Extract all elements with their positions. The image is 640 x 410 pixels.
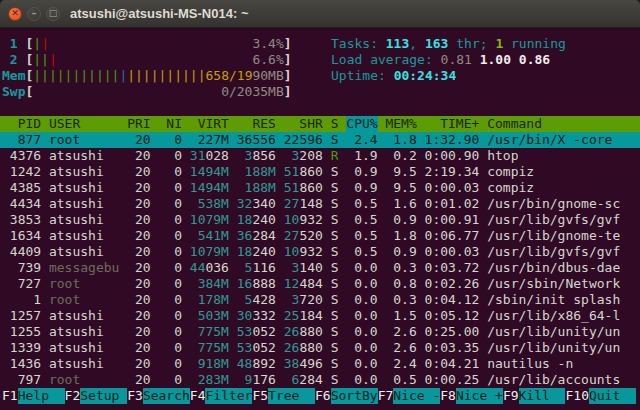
cell-shr: 10932 xyxy=(284,212,323,228)
column-header-pid[interactable]: PID xyxy=(2,116,41,132)
window-controls: ✕ – □ xyxy=(8,7,60,21)
cell-pid: 797 xyxy=(2,372,41,388)
column-header-user[interactable]: USER xyxy=(49,116,119,132)
fkey-f2-setup[interactable]: F2Setup xyxy=(65,388,128,404)
process-row[interactable]: 4385 atsushi 20 0 1494M 188M 51860 S 0.9… xyxy=(0,180,640,196)
column-header-time[interactable]: TIME+ xyxy=(425,116,480,132)
maximize-icon: □ xyxy=(49,9,58,18)
maximize-button[interactable]: □ xyxy=(46,7,60,21)
cell-virt: 918M xyxy=(190,356,229,372)
fkey-f9-kill[interactable]: F9Kill xyxy=(503,388,566,404)
fkey-f7-nice[interactable]: F7Nice - xyxy=(378,388,441,404)
column-header-cpu[interactable]: CPU% xyxy=(346,116,377,132)
fkey-f5-tree[interactable]: F5Tree xyxy=(252,388,315,404)
fkey-key: F3 xyxy=(127,388,143,404)
fkey-label: Setup xyxy=(80,388,127,404)
green-bar-segment: || xyxy=(33,52,49,67)
meter-close-bracket: ] xyxy=(284,52,292,67)
process-list: 877 root 20 0 227M 36556 22596 S 2.4 1.8… xyxy=(0,132,640,388)
cell-time: 0:04.21 xyxy=(425,356,480,372)
cell-pri: 20 xyxy=(127,180,150,196)
fkey-f4-filter[interactable]: F4Filter xyxy=(190,388,253,404)
cell-shr: 51860 xyxy=(284,164,323,180)
fkey-label: Nice + xyxy=(456,388,503,404)
cell-cmd: /usr/bin/dbus-dae xyxy=(487,260,620,276)
cell-cmd: /usr/sbin/Network xyxy=(487,276,620,292)
cell-mem: 2.6 xyxy=(385,340,416,356)
cell-shr: 10932 xyxy=(284,244,323,260)
meter-close-bracket: ] xyxy=(284,84,292,99)
column-header-virt[interactable]: VIRT xyxy=(190,116,229,132)
cell-s: S xyxy=(331,276,339,292)
column-header-ni[interactable]: NI xyxy=(159,116,182,132)
cell-cpu: 0.0 xyxy=(346,372,377,388)
process-row[interactable]: 1255 atsushi 20 0 775M 53052 26880 S 0.0… xyxy=(0,324,640,340)
fkey-f3-search[interactable]: F3Search xyxy=(127,388,190,404)
fkey-f6-sortby[interactable]: F6SortBy xyxy=(315,388,378,404)
cell-shr: 27520 xyxy=(284,228,323,244)
meter-open-bracket: [ xyxy=(25,68,33,83)
load-average: Load average: 0.81 1.00 0.86 xyxy=(331,52,566,68)
titlebar[interactable]: ✕ – □ atsushi@atsushi-MS-N014: ~ xyxy=(0,0,640,28)
column-header-s[interactable]: S xyxy=(331,116,339,132)
cell-shr: 3720 xyxy=(284,292,323,308)
meter-open-bracket: [ xyxy=(25,36,33,51)
cell-s: S xyxy=(331,324,339,340)
minimize-button[interactable]: – xyxy=(27,7,41,21)
meter-value-highlight: 658/19 xyxy=(206,68,253,83)
fkey-f8-nice[interactable]: F8Nice + xyxy=(440,388,503,404)
fkey-f10-quit[interactable]: F10Quit xyxy=(565,388,635,404)
column-header-res[interactable]: RES xyxy=(237,116,276,132)
minimize-icon: – xyxy=(32,9,37,18)
cell-virt: 1079M xyxy=(190,244,229,260)
process-row[interactable]: 1634 atsushi 20 0 541M 36284 27520 S 0.5… xyxy=(0,228,640,244)
process-row[interactable]: 1436 atsushi 20 0 918M 48892 38496 S 0.0… xyxy=(0,356,640,372)
close-button[interactable]: ✕ xyxy=(8,7,22,21)
process-row[interactable]: 1 root 20 0 178M 5428 3720 S 0.0 0.3 0:0… xyxy=(0,292,640,308)
cell-user: root xyxy=(49,292,119,308)
cell-pid: 1255 xyxy=(2,324,41,340)
process-row[interactable]: 4409 atsushi 20 0 1079M 18240 10932 S 0.… xyxy=(0,244,640,260)
process-row[interactable]: 797 root 20 0 283M 9176 6284 S 0.0 0.5 0… xyxy=(0,372,640,388)
cell-shr: 25184 xyxy=(284,308,323,324)
fkey-label: Quit xyxy=(589,388,636,404)
column-header-shr[interactable]: SHR xyxy=(284,116,323,132)
cell-cmd: /sbin/init splash xyxy=(487,292,620,308)
process-row[interactable]: 3853 atsushi 20 0 1079M 18240 10932 S 0.… xyxy=(0,212,640,228)
cell-res: 53052 xyxy=(237,324,276,340)
cell-mem: 1.5 xyxy=(385,308,416,324)
cell-virt: 538M xyxy=(190,196,229,212)
column-header-pri[interactable]: PRI xyxy=(127,116,150,132)
process-row[interactable]: 727 root 20 0 384M 16888 12484 S 0.0 0.8… xyxy=(0,276,640,292)
fkey-f1-help[interactable]: F1Help xyxy=(2,388,65,404)
cell-ni: 0 xyxy=(159,356,182,372)
cell-cmd: /usr/lib/accounts xyxy=(487,372,620,388)
meter-close-bracket: ] xyxy=(284,36,292,51)
cell-virt: 1494M xyxy=(190,180,229,196)
cell-ni: 0 xyxy=(159,132,182,148)
meter-close-bracket: ] xyxy=(284,68,292,83)
process-row[interactable]: 4434 atsushi 20 0 538M 32340 27148 S 0.5… xyxy=(0,196,640,212)
cell-user: atsushi xyxy=(49,212,119,228)
cell-virt: 283M xyxy=(190,372,229,388)
process-row[interactable]: 877 root 20 0 227M 36556 22596 S 2.4 1.8… xyxy=(0,132,640,148)
column-header-mem[interactable]: MEM% xyxy=(385,116,416,132)
cell-time: 0:02.26 xyxy=(425,276,480,292)
column-header-cmd[interactable]: Command xyxy=(487,116,542,132)
process-row[interactable]: 1339 atsushi 20 0 775M 53052 26880 S 0.0… xyxy=(0,340,640,356)
cell-pid: 4434 xyxy=(2,196,41,212)
process-row[interactable]: 1242 atsushi 20 0 1494M 188M 51860 S 0.9… xyxy=(0,164,640,180)
cell-cmd: nautilus -n xyxy=(487,356,573,372)
cell-res: 5428 xyxy=(237,292,276,308)
cell-pid: 1436 xyxy=(2,356,41,372)
cell-cmd: /usr/lib/gvfs/gvf xyxy=(487,244,620,260)
cell-pid: 877 xyxy=(2,132,41,148)
process-row[interactable]: 1257 atsushi 20 0 503M 30332 25184 S 0.0… xyxy=(0,308,640,324)
process-row[interactable]: 739 messagebu 20 0 44036 5116 3140 S 0.0… xyxy=(0,260,640,276)
cell-cmd: /usr/lib/unity/un xyxy=(487,324,620,340)
process-row[interactable]: 4376 atsushi 20 0 31028 3856 3208 R 1.9 … xyxy=(0,148,640,164)
cell-time: 0:00.91 xyxy=(425,212,480,228)
cell-user: atsushi xyxy=(49,356,119,372)
fkey-label: SortBy xyxy=(331,388,378,404)
cell-cmd: htop xyxy=(487,148,518,164)
